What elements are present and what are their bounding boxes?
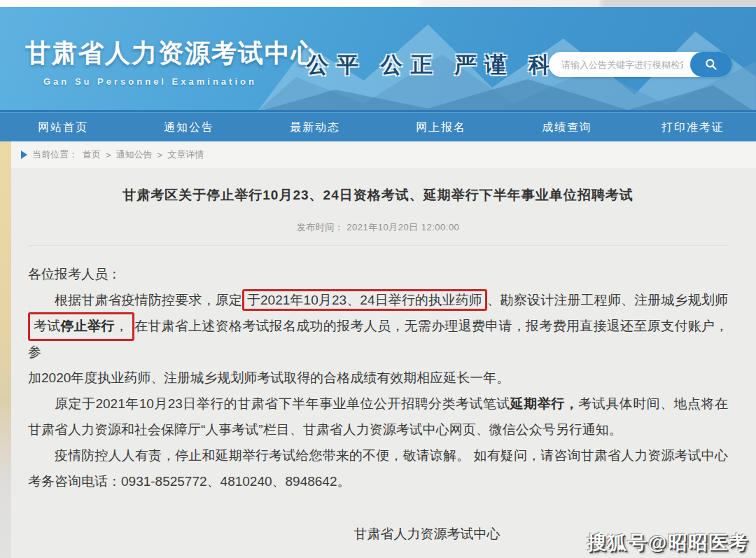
paragraph-1-line-1: 根据甘肃省疫情防控要求，原定于2021年10月23、24日举行的执业药师、勘察设…: [28, 287, 728, 313]
site-logo[interactable]: 甘肃省人力资源考试中心 Gan Su Personnel Examination: [25, 36, 318, 87]
p1-lead: 根据甘肃省疫情防控要求，原定: [55, 293, 242, 307]
p2-lead: 原定于2021年10月23日举行的甘肃省下半年事业单位公开招聘分类考试笔试: [55, 396, 510, 411]
breadcrumb-current: 文章详情: [167, 148, 204, 161]
nav-item-score-query[interactable]: 成绩查询: [504, 113, 630, 141]
publish-time-value: 2021年10月20日 12:00:00: [346, 222, 459, 232]
nav-item-online-registration[interactable]: 网上报名: [378, 113, 504, 141]
nav-item-news[interactable]: 最新动态: [252, 113, 378, 141]
site-title: 甘肃省人力资源考试中心: [25, 36, 318, 71]
publish-time-label: 发布时间：: [297, 222, 344, 232]
nav-item-notices[interactable]: 通知公告: [126, 113, 252, 141]
paragraph-1-line-3: 加2020年度执业药师、注册城乡规划师考试取得的合格成绩有效期相应延长一年。: [28, 365, 728, 391]
p1-box2-pre: 考试: [34, 319, 61, 333]
breadcrumb-triangle-icon: [21, 151, 27, 159]
breadcrumb-section-link[interactable]: 通知公告: [116, 148, 153, 161]
article-title: 甘肃考区关于停止举行10月23、24日资格考试、延期举行下半年事业单位招聘考试: [28, 186, 728, 204]
paragraph-3-line-2: 考务咨询电话：0931-8525772、4810240、8948642。: [28, 468, 728, 494]
nav-item-print-admission-ticket[interactable]: 打印准考证: [630, 113, 756, 141]
p2-tail: 考试具体时间、地点将在: [578, 396, 728, 411]
article: 甘肃考区关于停止举行10月23、24日资格考试、延期举行下半年事业单位招聘考试 …: [0, 186, 756, 558]
main-nav: 网站首页 通知公告 最新动态 网上报名 成绩查询 打印准考证: [0, 112, 756, 141]
publish-time: 发布时间： 2021年10月20日 12:00:00: [28, 221, 728, 246]
site-subtitle: Gan Su Personnel Examination: [43, 76, 318, 87]
search-button[interactable]: [690, 52, 732, 77]
p1-exam-list: 、勘察设计注册工程师、注册城乡规划师: [487, 293, 728, 307]
paragraph-2-line-2: 甘肃省人力资源和社会保障厅“人事考试”栏目、甘肃省人力资源考试中心网页、微信公众…: [28, 417, 728, 442]
salutation: 各位报考人员：: [28, 261, 728, 287]
left-edge-strip: [0, 141, 11, 558]
breadcrumb-separator: >: [158, 150, 163, 160]
header-slogan: 公平 公正 严谨 科学: [307, 50, 589, 80]
breadcrumb-separator: >: [106, 150, 111, 160]
p1-cancel-bold: 停止举行: [61, 319, 115, 333]
highlight-box-dates: 于2021年10月23、24日举行的执业药师: [242, 289, 487, 311]
breadcrumb-home-link[interactable]: 首页: [83, 148, 101, 161]
search-bar: [549, 52, 732, 77]
paragraph-3-line-1: 疫情防控人人有责，停止和延期举行考试给您带来的不便，敬请谅解。 如有疑问，请咨询…: [28, 442, 728, 468]
p2-postpone-bold: 延期举行，: [510, 396, 578, 411]
watermark: 搜狐号@昭昭医考: [587, 530, 749, 555]
browser-top-strip: [0, 0, 756, 7]
highlight-box-cancelled: 考试停止举行，: [28, 312, 134, 341]
paragraph-1-line-2: 考试停止举行，在甘肃省上述资格考试报名成功的报考人员，无需办理退费申请，报考费用…: [28, 313, 728, 365]
paragraph-2-line-1: 原定于2021年10月23日举行的甘肃省下半年事业单位公开招聘分类考试笔试延期举…: [28, 391, 728, 417]
article-body: 各位报考人员： 根据甘肃省疫情防控要求，原定于2021年10月23、24日举行的…: [28, 261, 728, 494]
breadcrumb-prefix: 当前位置：: [32, 148, 78, 161]
nav-item-home[interactable]: 网站首页: [0, 113, 126, 141]
breadcrumb: 当前位置： 首页 > 通知公告 > 文章详情: [0, 141, 756, 168]
p1-box2-post: ，: [115, 319, 128, 333]
search-icon: [704, 57, 718, 71]
site-header: 甘肃省人力资源考试中心 Gan Su Personnel Examination…: [0, 7, 756, 112]
